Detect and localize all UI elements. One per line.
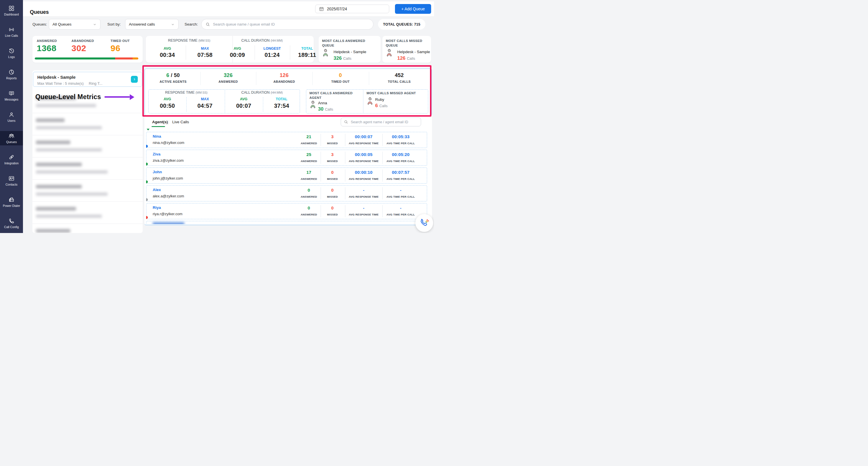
queue-timed-out-label: TIMED OUT — [324, 80, 356, 83]
avg-duration-value: 00:09 — [221, 52, 254, 58]
search-icon — [206, 22, 210, 27]
call-duration-header: CALL DURATION (HH:MM) — [224, 38, 300, 42]
timed-out-value: 96 — [111, 43, 120, 53]
agent-avatar-icon — [386, 49, 393, 57]
agent-email: riya.r@zylker.com — [153, 212, 183, 216]
agent-row[interactable]: Riya riya.r@zylker.com 0ANSWERED 0MISSED… — [146, 203, 427, 219]
sidebar-item-label: Messages — [5, 98, 19, 101]
sidebar-item-label: Contacts — [5, 183, 17, 186]
sidebar-item-integration[interactable]: Integration — [0, 152, 23, 167]
live-calls-icon — [8, 26, 14, 33]
agent-name-link[interactable]: Nina — [153, 134, 161, 139]
annotation-arrow — [104, 96, 130, 98]
abandoned-value: 302 — [71, 43, 86, 53]
sidebar-item-live-calls[interactable]: Live Calls — [0, 25, 23, 39]
agent-status-dot — [146, 163, 148, 166]
agent-status-dot — [146, 198, 148, 201]
sidebar-item-label: Call Config — [4, 225, 19, 229]
call-counts-card: ANSWERED 1368 ABANDONED 302 TIMED OUT 96 — [32, 36, 143, 63]
agent-row[interactable]: Ziva ziva.z@zylker.com 25ANSWERED 3MISSE… — [146, 150, 427, 166]
phone-signal-icon — [418, 217, 430, 229]
agent-list: Nina nina.n@zylker.com 21ANSWERED 3MISSE… — [146, 132, 428, 224]
users-icon — [8, 112, 14, 118]
agent-avatar-icon — [367, 97, 373, 105]
sidebar-item-power-dialer[interactable]: Power Dialer — [0, 195, 23, 209]
queue-search-box — [201, 19, 373, 30]
sidebar-item-dashboard[interactable]: Dashboard — [0, 3, 23, 18]
avg-response-value: 00:34 — [151, 52, 184, 58]
queue-max-response-value: 04:57 — [188, 103, 222, 109]
date-value: 2025/07/24 — [327, 7, 347, 11]
sidebar-item-contacts[interactable]: Contacts — [0, 174, 23, 188]
queue-card-selected[interactable]: Helpdesk - Sample Max Wait Time : 5 minu… — [33, 72, 142, 87]
contacts-icon — [8, 175, 14, 181]
sidebar-item-call-config[interactable]: Call Config — [0, 216, 23, 230]
queue-card-details: Max Wait Time : 5 minute(s)Ring T... — [37, 81, 102, 86]
queue-search-input[interactable] — [212, 22, 369, 27]
integration-icon — [8, 154, 14, 160]
queue-expand-button[interactable] — [131, 76, 138, 83]
tab-live-calls[interactable]: Live Calls — [172, 120, 189, 124]
agent-name-link[interactable]: Ziva — [153, 152, 160, 156]
queue-abandoned-label: ABANDONED — [268, 80, 300, 83]
reports-icon — [8, 69, 14, 75]
agent-row-partial — [146, 221, 427, 224]
most-missed-queue-title: MOST CALLS MISSED QUEUE — [386, 38, 429, 48]
most-missed-queue-card: MOST CALLS MISSED QUEUE Helpdesk - Sampl… — [382, 36, 431, 63]
answered-value: 1368 — [37, 43, 57, 53]
longest-label: LONGEST — [255, 47, 289, 51]
agent-status-dot — [146, 216, 148, 219]
queue-answered-label: ANSWERED — [212, 80, 244, 83]
total-label: TOTAL — [265, 97, 298, 101]
answered-label: ANSWERED — [37, 39, 57, 42]
queue-avg-response-value: 00:50 — [151, 103, 184, 109]
queue-timed-out-value: 0 — [324, 72, 356, 79]
add-queue-button[interactable]: + Add Queue — [395, 4, 431, 14]
sidebar-item-reports[interactable]: Reports — [0, 67, 23, 82]
scroll-indicator-icon — [147, 129, 150, 130]
sidebar-item-label: Dashboard — [4, 12, 19, 16]
agent-name-link[interactable]: Riya — [153, 205, 161, 210]
max-response-value: 07:58 — [188, 52, 222, 58]
date-picker[interactable]: 2025/07/24 — [315, 5, 389, 13]
queue-abandoned-value: 126 — [268, 72, 300, 79]
sidebar-item-logs[interactable]: Logs — [0, 46, 23, 60]
sort-by-label: Sort by: — [107, 22, 121, 26]
queues-icon — [8, 133, 14, 139]
agent-search-input[interactable] — [350, 120, 418, 124]
agent-row[interactable]: John john.j@zylker.com 17ANSWERED 0MISSE… — [146, 168, 427, 183]
response-time-header: RESPONSE TIME (MM:SS) — [151, 38, 227, 42]
queue-call-count: 326Calls — [334, 55, 351, 61]
agent-name-link[interactable]: Alex — [153, 187, 161, 192]
queues-filter-label: Queues: — [32, 22, 47, 26]
queue-call-count: 126Calls — [397, 55, 415, 61]
call-config-icon — [8, 218, 14, 224]
calendar-icon — [319, 6, 324, 11]
voice-call-fab[interactable] — [415, 214, 433, 232]
queue-avg-duration-value: 00:07 — [227, 103, 260, 109]
sidebar-item-users[interactable]: Users — [0, 110, 23, 124]
tab-agents[interactable]: Agent(s) — [152, 120, 168, 124]
queues-filter-select[interactable]: All Queues — [49, 19, 100, 30]
agent-email: ziva.z@zylker.com — [153, 158, 184, 163]
messages-icon — [8, 90, 14, 96]
sidebar-item-queues[interactable]: Queues — [0, 131, 23, 145]
topbar: Queues 2025/07/24 + Add Queue — [23, 1, 434, 17]
avg-label: AVG — [151, 97, 184, 101]
agent-name-link[interactable]: John — [153, 170, 162, 174]
queue-name: Helpdesk - Sample — [334, 50, 366, 54]
active-tab-underline — [152, 126, 165, 127]
timed-out-label: TIMED OUT — [111, 39, 130, 42]
sidebar-item-label: Integration — [4, 162, 19, 165]
page-title: Queues — [30, 9, 49, 15]
agent-row[interactable]: Alex alex.a@zylker.com 0ANSWERED 0MISSED… — [146, 185, 427, 201]
agent-avatar-icon — [309, 100, 316, 108]
agent-row[interactable]: Nina nina.n@zylker.com 21ANSWERED 3MISSE… — [146, 132, 427, 148]
tab-separator — [168, 120, 169, 124]
sidebar-item-messages[interactable]: Messages — [0, 88, 23, 103]
sidebar-item-label: Logs — [8, 55, 15, 59]
queue-call-duration-header: CALL DURATION (HH:MM) — [224, 90, 300, 94]
top-agent-calls: 30Calls — [318, 106, 333, 112]
sort-by-select[interactable]: Answered calls — [125, 19, 179, 30]
agent-status-dot — [146, 180, 148, 183]
